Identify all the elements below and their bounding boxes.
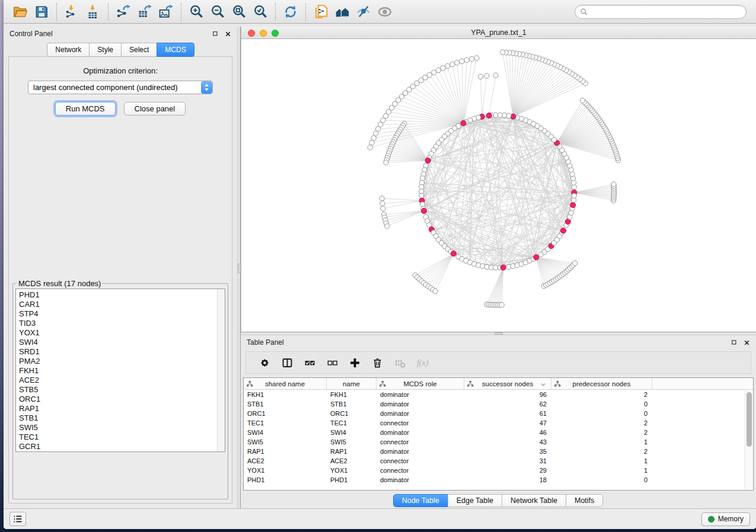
- vertical-splitter[interactable]: [237, 27, 241, 508]
- graph-node[interactable]: [500, 50, 505, 55]
- refresh-layout-button[interactable]: [280, 2, 301, 21]
- splitter-grip[interactable]: [238, 264, 241, 273]
- graph-hub-node[interactable]: [486, 113, 492, 118]
- graph-node[interactable]: [460, 59, 464, 63]
- graph-node[interactable]: [572, 193, 576, 198]
- column-header-shared-name[interactable]: shared name: [244, 378, 327, 389]
- tab-mcds[interactable]: MCDS: [157, 43, 194, 57]
- table-scrollbar[interactable]: [745, 390, 752, 489]
- tab-edge-table[interactable]: Edge Table: [448, 494, 502, 507]
- graph-node[interactable]: [375, 126, 380, 131]
- graph-node[interactable]: [433, 289, 438, 293]
- table-row[interactable]: FKH1FKH1dominator962: [244, 390, 753, 399]
- graph-node[interactable]: [484, 73, 489, 78]
- table-row[interactable]: PHD1PHD1dominator180: [244, 475, 753, 485]
- graph-node[interactable]: [493, 73, 498, 78]
- graph-node[interactable]: [419, 193, 424, 198]
- graph-node[interactable]: [385, 224, 390, 229]
- result-list-item[interactable]: YOX1: [19, 328, 225, 338]
- graph-node[interactable]: [474, 56, 479, 60]
- result-list-item[interactable]: SWI5: [19, 423, 225, 432]
- splitter-grip-h[interactable]: [495, 332, 503, 335]
- graph-node[interactable]: [478, 74, 483, 79]
- task-history-button[interactable]: [9, 512, 26, 526]
- graph-hub-node[interactable]: [425, 158, 430, 163]
- zoom-selected-button[interactable]: [250, 2, 271, 21]
- graph-node[interactable]: [572, 261, 577, 265]
- result-list-item[interactable]: PHD1: [19, 290, 225, 300]
- zoom-in-button[interactable]: [186, 2, 207, 21]
- optimization-select[interactable]: largest connected component (undirected): [28, 81, 213, 94]
- result-list-item[interactable]: STP4: [19, 309, 225, 319]
- result-list-item[interactable]: FKH1: [19, 366, 225, 376]
- import-network-button[interactable]: [61, 2, 82, 21]
- graph-hub-node[interactable]: [451, 251, 456, 256]
- export-table-button[interactable]: [134, 2, 155, 21]
- tab-network[interactable]: Network: [47, 43, 90, 57]
- tab-node-table[interactable]: Node Table: [393, 494, 448, 507]
- network-canvas[interactable]: [241, 39, 756, 332]
- graph-hub-node[interactable]: [500, 265, 506, 270]
- close-window-icon[interactable]: [248, 30, 255, 37]
- show-eye-button[interactable]: [374, 2, 395, 21]
- graph-node[interactable]: [374, 131, 378, 136]
- graph-node[interactable]: [450, 62, 455, 66]
- column-header-name[interactable]: name: [327, 378, 377, 389]
- hide-details-button[interactable]: [353, 2, 374, 21]
- maximize-window-icon[interactable]: [272, 30, 279, 37]
- result-list-item[interactable]: STB1: [19, 414, 225, 423]
- import-table-button[interactable]: [82, 2, 104, 21]
- tab-style[interactable]: Style: [89, 43, 122, 57]
- tab-network-table[interactable]: Network Table: [502, 494, 566, 507]
- graph-node[interactable]: [379, 196, 384, 201]
- close-panel-button[interactable]: Close panel: [124, 102, 186, 116]
- graph-hub-node[interactable]: [570, 202, 576, 207]
- graph-node[interactable]: [611, 182, 616, 187]
- result-list-item[interactable]: ORC1: [19, 395, 225, 404]
- export-network-button[interactable]: [113, 2, 134, 21]
- graph-hub-node[interactable]: [421, 208, 426, 213]
- open-file-button[interactable]: [9, 2, 31, 21]
- close-panel-icon[interactable]: [225, 31, 231, 37]
- result-list-item[interactable]: CAR1: [19, 300, 225, 309]
- tab-motifs[interactable]: Motifs: [566, 494, 603, 507]
- graph-node[interactable]: [580, 98, 585, 102]
- delete-column-button[interactable]: [366, 353, 388, 372]
- export-image-button[interactable]: [155, 2, 177, 21]
- show-columns-button[interactable]: [276, 353, 298, 372]
- float-table-panel-icon[interactable]: [731, 339, 737, 345]
- result-list-item[interactable]: PMA2: [19, 357, 225, 366]
- minimize-window-icon[interactable]: [260, 30, 267, 37]
- memory-button[interactable]: Memory: [701, 512, 750, 526]
- table-row[interactable]: RAP1RAP1dominator352: [244, 447, 753, 456]
- graph-hub-node[interactable]: [534, 255, 539, 260]
- graph-hub-node[interactable]: [461, 120, 466, 126]
- graph-node[interactable]: [464, 57, 469, 62]
- graph-node[interactable]: [455, 60, 460, 65]
- graph-node[interactable]: [368, 145, 372, 150]
- run-mcds-button[interactable]: Run MCDS: [55, 102, 116, 116]
- result-list-scrollbar[interactable]: [217, 289, 225, 451]
- column-header-MCDS-role[interactable]: MCDS role: [377, 378, 464, 389]
- add-column-button[interactable]: [343, 353, 366, 372]
- browser-home-button[interactable]: [331, 2, 353, 21]
- graph-node[interactable]: [371, 136, 376, 140]
- result-list-item[interactable]: ACE2: [19, 376, 225, 385]
- graph-node[interactable]: [445, 63, 450, 68]
- table-row[interactable]: YOX1YOX1connector291: [244, 466, 753, 475]
- settings-button[interactable]: [253, 353, 276, 372]
- graph-node[interactable]: [380, 201, 385, 206]
- network-graph[interactable]: [241, 39, 756, 332]
- zoom-out-button[interactable]: [207, 2, 228, 21]
- result-list-item[interactable]: TEC1: [19, 432, 225, 442]
- column-header-predecessor-nodes[interactable]: predecessor nodes: [551, 378, 652, 389]
- save-session-button[interactable]: [31, 2, 52, 21]
- graph-node[interactable]: [441, 66, 445, 70]
- table-row[interactable]: SWI5SWI5connector431: [244, 437, 753, 447]
- tab-select[interactable]: Select: [121, 43, 157, 57]
- zoom-fit-button[interactable]: [228, 2, 250, 21]
- result-list-item[interactable]: GCR1: [19, 442, 225, 451]
- table-scrollbar-thumb[interactable]: [747, 392, 752, 447]
- graph-hub-node[interactable]: [560, 228, 566, 233]
- result-list-item[interactable]: SRD1: [19, 347, 225, 357]
